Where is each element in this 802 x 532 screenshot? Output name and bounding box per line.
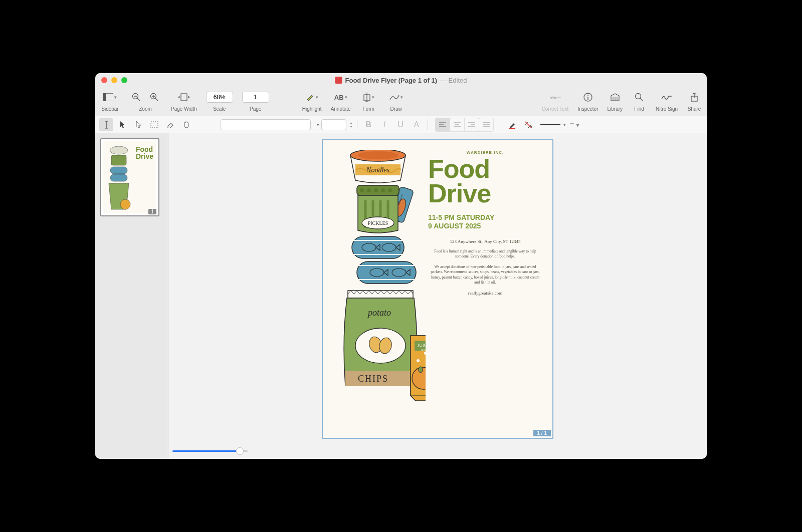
svg-rect-47 [110, 167, 127, 174]
highlight-button[interactable]: ▾ [303, 91, 321, 104]
document-title: Food Drive Flyer (Page 1 of 1) [345, 77, 438, 84]
edited-indicator: — Edited [440, 77, 467, 84]
nitro-sign-label: Nitro Sign [656, 106, 678, 112]
svg-text:CHIPS: CHIPS [358, 374, 388, 384]
zoom-out-button[interactable] [129, 91, 144, 104]
font-family-select[interactable] [221, 119, 311, 130]
bold-button[interactable]: B [361, 118, 375, 131]
eraser-tool[interactable] [163, 118, 177, 131]
svg-point-22 [636, 94, 641, 99]
text-color-button[interactable]: A [410, 118, 424, 131]
svg-point-58 [367, 188, 371, 192]
zoom-slider[interactable] [172, 447, 248, 455]
main-toolbar: ▾ Sidebar Zoom Page Width 68% Scale [95, 87, 707, 116]
pdf-editor-window: Food Drive Flyer (Page 1 of 1) — Edited … [95, 73, 707, 459]
form-button[interactable]: ▾ [360, 91, 377, 104]
flyer-text-block: - WARDIERE INC. - FoodDrive 11-5 PM SATU… [428, 150, 542, 296]
nitro-sign-button[interactable] [659, 91, 674, 104]
svg-rect-9 [181, 94, 187, 101]
flyer-para-1: Food is a human right and is an immediat… [428, 249, 542, 259]
text-cursor-tool[interactable] [99, 118, 113, 131]
window-controls [101, 77, 127, 83]
marquee-tool[interactable] [147, 118, 161, 131]
zoom-label: Zoom [139, 106, 152, 112]
sidebar-label: Sidebar [101, 106, 118, 112]
font-size-select[interactable] [321, 119, 346, 130]
svg-point-57 [360, 188, 364, 192]
pointer-tool[interactable] [115, 118, 129, 131]
draw-label: Draw [390, 106, 402, 112]
page-number-field[interactable]: 1 [242, 92, 269, 103]
underline-button[interactable]: U [393, 118, 408, 131]
align-justify-button[interactable] [479, 118, 493, 131]
share-label: Share [688, 106, 701, 112]
annotate-button[interactable]: AB ▾ [331, 91, 350, 104]
svg-point-17 [587, 95, 588, 96]
line-weight-menu[interactable]: ≡ ▾ [570, 121, 579, 129]
library-label: Library [608, 106, 623, 112]
flyer-datetime: 11-5 PM SATURDAY9 AUGUST 2025 [428, 213, 542, 231]
select-tool[interactable] [131, 118, 145, 131]
fullscreen-window-button[interactable] [121, 77, 127, 83]
document-canvas[interactable]: Noodles CHOCO BAR [168, 133, 707, 459]
form-label: Form [363, 106, 374, 112]
svg-text:potato: potato [367, 308, 391, 318]
minimize-window-button[interactable] [111, 77, 117, 83]
size-up-stepper[interactable]: ▲ [349, 121, 353, 125]
line-style-preview [540, 124, 560, 125]
align-right-button[interactable] [465, 118, 479, 131]
zoom-in-button[interactable] [147, 91, 162, 104]
italic-button[interactable]: I [377, 118, 391, 131]
share-button[interactable] [687, 91, 702, 104]
flyer-website: reallygreatsite.com [428, 291, 542, 296]
flyer-para-2: We accept donations of non-perishable fo… [428, 264, 542, 286]
chevron-down-icon: ▾ [114, 95, 117, 100]
chevron-down-icon: ▾ [372, 95, 374, 100]
svg-line-6 [155, 98, 158, 101]
svg-point-45 [110, 146, 128, 154]
line-style-menu[interactable]: ▾ [563, 122, 566, 127]
svg-point-92 [419, 367, 423, 373]
draw-button[interactable]: ▾ [386, 91, 406, 104]
page-thumbnail[interactable]: FoodDrive 1 [100, 138, 159, 216]
library-button[interactable] [608, 91, 623, 104]
svg-rect-29 [151, 122, 158, 128]
svg-rect-1 [103, 93, 106, 101]
svg-point-60 [381, 188, 385, 192]
scale-label: Scale [213, 106, 226, 112]
scale-field[interactable]: 68% [206, 92, 233, 103]
align-left-button[interactable] [436, 118, 450, 131]
annotate-label: Annotate [331, 106, 351, 112]
align-center-button[interactable] [450, 118, 464, 131]
chevron-down-icon: ▾ [316, 95, 318, 100]
window-title: Food Drive Flyer (Page 1 of 1) — Edited [335, 77, 467, 84]
pdf-file-icon [335, 77, 342, 84]
titlebar: Food Drive Flyer (Page 1 of 1) — Edited [95, 73, 707, 87]
page-width-button[interactable] [176, 91, 191, 104]
page-label: Page [250, 106, 261, 112]
svg-rect-46 [111, 155, 126, 165]
fill-color-button[interactable] [521, 118, 535, 131]
svg-point-86 [417, 359, 420, 362]
close-window-button[interactable] [101, 77, 107, 83]
flyer-address: 123 Anywhere St., Any City, ST 12345 [428, 239, 542, 244]
chevron-down-icon: ▾ [317, 122, 319, 127]
svg-rect-73 [357, 261, 416, 284]
svg-text:100%: 100% [421, 349, 426, 351]
correct-text-label: Correct Text [542, 106, 569, 112]
sidebar-toggle-button[interactable]: ▾ [100, 91, 120, 104]
svg-line-44 [525, 122, 531, 128]
find-button[interactable] [632, 91, 647, 104]
size-down-stepper[interactable]: ▼ [349, 125, 353, 128]
svg-line-23 [640, 98, 643, 101]
page-indicator: 1 / 1 [533, 430, 551, 436]
svg-line-3 [137, 98, 140, 101]
page-width-label: Page Width [171, 106, 197, 112]
inspector-button[interactable] [580, 91, 595, 104]
highlight-label: Highlight [302, 106, 322, 112]
stroke-color-button[interactable] [505, 118, 519, 131]
slider-knob[interactable] [236, 447, 244, 455]
thumbnail-page-number: 1 [148, 209, 156, 214]
hand-tool[interactable] [179, 118, 193, 131]
svg-point-59 [374, 188, 378, 192]
